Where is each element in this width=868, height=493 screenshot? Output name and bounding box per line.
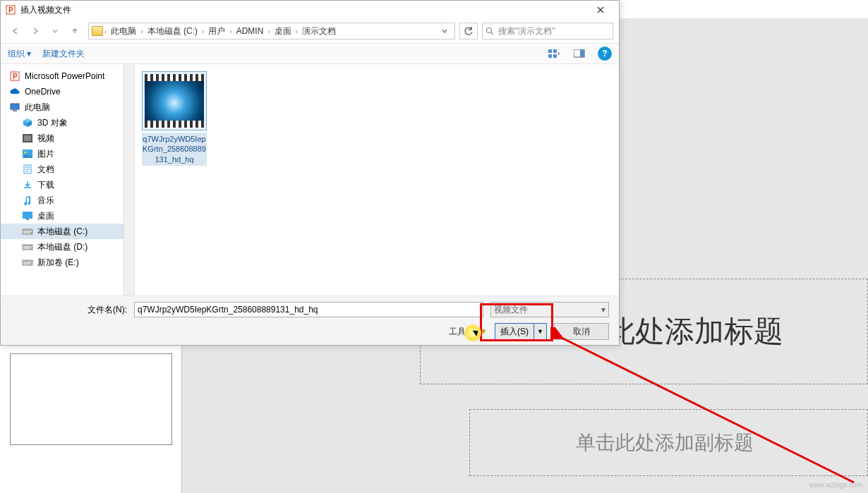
picture-icon <box>22 148 33 159</box>
svg-rect-21 <box>23 229 32 231</box>
tree-item-music[interactable]: 音乐 <box>1 193 134 208</box>
chevron-down-icon: ▾ <box>601 305 605 315</box>
preview-pane-button[interactable] <box>572 47 586 61</box>
search-icon <box>486 27 494 35</box>
tree-item-ppt[interactable]: PMicrosoft PowerPoint <box>1 68 134 84</box>
tree-item-docs[interactable]: 文档 <box>1 162 134 177</box>
svg-rect-3 <box>548 49 552 53</box>
navigation-row: › 此电脑› 本地磁盘 (C:)› 用户› ADMIN› 桌面› 演示文档 搜索… <box>1 19 619 43</box>
tree-item-label: Microsoft PowerPoint <box>25 71 104 81</box>
help-button[interactable]: ? <box>598 47 612 61</box>
video-thumbnail <box>142 71 207 130</box>
svg-rect-6 <box>553 54 557 58</box>
filename-label: 文件名(N): <box>11 304 127 316</box>
tools-menu[interactable]: 工具(L) ▼ <box>449 326 488 338</box>
folder-icon <box>92 26 103 36</box>
tree-item-diskd[interactable]: 本地磁盘 (D:) <box>1 239 134 255</box>
breadcrumb[interactable]: 本地磁盘 (C:) <box>145 24 200 39</box>
svg-rect-12 <box>13 110 17 111</box>
slide-thumbnail[interactable] <box>10 353 172 445</box>
disk-icon <box>22 257 33 268</box>
tree-item-video[interactable]: 视频 <box>1 130 134 146</box>
folder-tree: PMicrosoft PowerPointOneDrive此电脑3D 对象视频图… <box>1 64 135 296</box>
disk-icon <box>22 226 33 237</box>
tree-item-label: 桌面 <box>37 210 54 222</box>
refresh-button[interactable] <box>459 23 478 39</box>
recent-dropdown[interactable] <box>49 25 61 37</box>
forward-button[interactable] <box>29 25 42 37</box>
breadcrumb[interactable]: ADMIN <box>234 25 267 37</box>
tree-item-label: 音乐 <box>37 195 54 207</box>
svg-point-22 <box>30 232 32 233</box>
tree-item-label: 3D 对象 <box>37 117 68 129</box>
tree-item-thispc[interactable]: 此电脑 <box>1 99 134 115</box>
file-list: q7WJrp2yWD5IepKGrtn_258608889131_hd_hq <box>135 64 619 296</box>
up-button[interactable] <box>68 25 81 37</box>
breadcrumb[interactable]: 用户 <box>205 24 228 39</box>
search-input[interactable]: 搜索"演示文档" <box>482 23 613 39</box>
organize-menu[interactable]: 组织 ▾ <box>8 48 31 60</box>
file-item-name: q7WJrp2yWD5IepKGrtn_258608889131_hd_hq <box>142 133 207 166</box>
ppt-icon: P <box>9 71 20 82</box>
insert-dropdown[interactable]: ▼ <box>534 323 547 340</box>
svg-point-25 <box>30 248 32 249</box>
tree-item-label: 新加卷 (E:) <box>37 257 79 269</box>
tree-item-pictures[interactable]: 图片 <box>1 146 134 162</box>
dialog-body: PMicrosoft PowerPointOneDrive此电脑3D 对象视频图… <box>1 64 619 296</box>
tree-item-desktop[interactable]: 桌面 <box>1 208 134 224</box>
tree-item-label: 下载 <box>37 179 54 191</box>
dialog-title: 插入视频文件 <box>20 4 71 16</box>
watermark: www.wzjsgs.com <box>809 481 862 489</box>
breadcrumb[interactable]: 此电脑 <box>108 24 139 39</box>
svg-point-16 <box>25 152 27 154</box>
svg-rect-27 <box>23 260 32 262</box>
music-icon <box>22 195 33 206</box>
desktop-icon <box>22 210 33 221</box>
tree-item-label: 图片 <box>37 148 54 160</box>
chevron-down-icon: ▼ <box>479 327 488 336</box>
svg-rect-24 <box>23 245 32 246</box>
svg-rect-18 <box>23 212 32 219</box>
tree-item-diske[interactable]: 新加卷 (E:) <box>1 255 134 270</box>
svg-rect-5 <box>548 54 552 58</box>
cube-icon <box>22 117 33 128</box>
dialog-titlebar: P 插入视频文件 <box>1 1 619 19</box>
svg-rect-11 <box>11 104 19 109</box>
file-item[interactable]: q7WJrp2yWD5IepKGrtn_258608889131_hd_hq <box>142 71 207 166</box>
svg-rect-4 <box>553 49 557 53</box>
disk-icon <box>22 241 33 252</box>
filename-input[interactable] <box>134 302 483 317</box>
view-options-button[interactable] <box>547 47 561 61</box>
tree-item-label: 本地磁盘 (C:) <box>37 226 88 238</box>
tree-item-label: OneDrive <box>25 87 61 97</box>
svg-rect-8 <box>580 49 584 57</box>
tree-item-label: 视频 <box>37 133 54 145</box>
cancel-button[interactable]: 取消 <box>554 323 609 340</box>
back-button[interactable] <box>9 25 22 37</box>
tree-item-3d[interactable]: 3D 对象 <box>1 115 134 130</box>
dialog-toolbar: 组织 ▾ 新建文件夹 ? <box>1 43 619 64</box>
svg-rect-14 <box>24 135 31 141</box>
tree-item-downloads[interactable]: 下载 <box>1 177 134 193</box>
svg-text:P: P <box>13 73 18 80</box>
tree-item-diskc[interactable]: 本地磁盘 (C:) <box>1 224 134 239</box>
ppt-icon: P <box>5 4 16 16</box>
download-icon <box>22 179 33 190</box>
tree-item-onedrive[interactable]: OneDrive <box>1 84 134 99</box>
svg-point-2 <box>487 28 492 33</box>
svg-rect-19 <box>26 219 29 220</box>
tree-item-label: 此电脑 <box>25 102 50 114</box>
insert-button[interactable]: 插入(S) ▼ <box>495 323 547 340</box>
pc-icon <box>9 102 20 113</box>
close-icon <box>597 6 604 13</box>
breadcrumb[interactable]: 演示文档 <box>299 24 339 39</box>
breadcrumb[interactable]: 桌面 <box>272 24 294 39</box>
address-bar[interactable]: › 此电脑› 本地磁盘 (C:)› 用户› ADMIN› 桌面› 演示文档 <box>88 23 455 39</box>
address-dropdown[interactable] <box>438 23 452 39</box>
slide-subtitle-placeholder[interactable]: 单击此处添加副标题 <box>469 409 868 476</box>
filetype-filter[interactable]: 视频文件 ▾ <box>490 302 609 317</box>
new-folder-button[interactable]: 新建文件夹 <box>42 48 85 60</box>
dialog-footer: 文件名(N): 视频文件 ▾ 工具(L) ▼ 插入(S) ▼ 取消 <box>1 296 619 345</box>
close-button[interactable] <box>586 1 615 18</box>
tree-item-label: 文档 <box>37 164 54 176</box>
